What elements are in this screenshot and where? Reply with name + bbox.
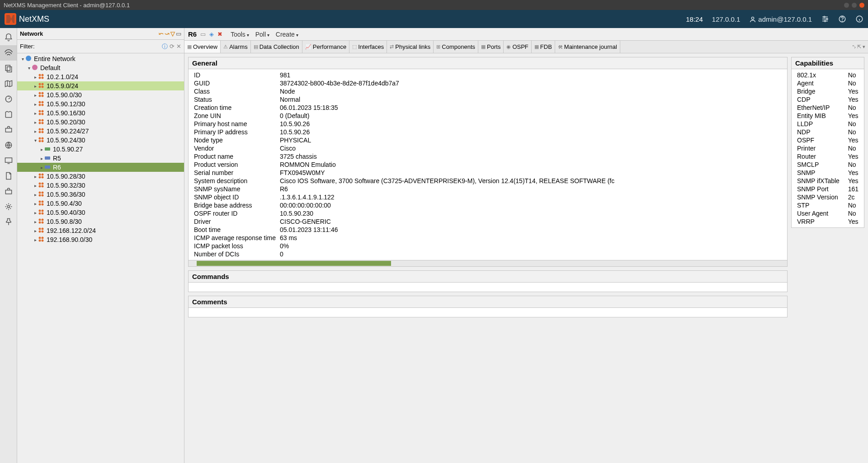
tab-components[interactable]: ⊞Components (434, 41, 478, 53)
general-value: Cisco IOS Software, 3700 Software (C3725… (278, 177, 783, 185)
activity-views[interactable] (0, 61, 17, 76)
user-menu[interactable]: admin@127.0.0.1 (749, 15, 812, 23)
tree-twisty[interactable]: ▸ (33, 192, 38, 197)
horizontal-scrollbar[interactable] (189, 260, 787, 266)
tab-performance[interactable]: 📈Performance (302, 41, 349, 53)
activity-templates[interactable] (0, 107, 17, 122)
tab-ports[interactable]: ▦Ports (478, 41, 504, 53)
network-tree[interactable]: ▾Entire Network▾Default▸10.2.1.0/24▸10.5… (17, 53, 184, 463)
tree-twisty[interactable]: ▸ (33, 75, 38, 80)
obj-delete-icon[interactable]: ✖ (217, 31, 222, 38)
tree-twisty[interactable]: ▸ (33, 102, 38, 107)
nav-forward-icon[interactable]: ⤻ (165, 30, 170, 37)
activity-monitor[interactable] (0, 153, 17, 168)
subnet-icon (38, 128, 45, 135)
tree-node[interactable]: ▾Entire Network (17, 54, 184, 63)
tree-twisty[interactable]: ▸ (33, 84, 38, 89)
filter-info-icon[interactable]: ⓘ (162, 43, 168, 51)
tree-twisty[interactable]: ▸ (33, 93, 38, 98)
tree-node[interactable]: ▸10.5.90.36/30 (17, 190, 184, 199)
activity-config[interactable] (0, 199, 17, 214)
menu-poll[interactable]: Poll (255, 31, 269, 38)
tab-ospf[interactable]: ◉OSPF (504, 41, 531, 53)
tree-twisty[interactable]: ▾ (20, 57, 25, 61)
info-icon[interactable] (855, 15, 863, 23)
tree-twisty[interactable]: ▸ (39, 156, 44, 161)
tree-node[interactable]: ▸10.5.90.28/30 (17, 172, 184, 181)
tree-node[interactable]: ▸10.2.1.0/24 (17, 72, 184, 81)
tree-node[interactable]: ▸10.5.90.4/30 (17, 199, 184, 208)
capability-row: SNMPYes (795, 169, 860, 177)
window-minimize-button[interactable] (844, 3, 849, 8)
tree-twisty[interactable]: ▸ (33, 210, 38, 215)
tree-node[interactable]: ▸10.5.90.40/30 (17, 208, 184, 217)
tab-label: Physical links (395, 43, 430, 50)
capability-value: No (846, 71, 860, 79)
tree-node[interactable]: ▾Default (17, 63, 184, 72)
activity-business[interactable] (0, 122, 17, 137)
tree-twisty[interactable]: ▸ (33, 201, 38, 206)
tree-node[interactable]: ▸10.5.90.0/30 (17, 90, 184, 99)
tree-twisty[interactable]: ▸ (33, 237, 38, 242)
tree-node[interactable]: ▸10.5.90.32/30 (17, 181, 184, 190)
menu-tools[interactable]: Tools (231, 31, 249, 38)
general-row: Creation time06.01.2023 15:18:35 (192, 104, 783, 112)
tab-fdb[interactable]: ▦FDB (532, 41, 555, 53)
activity-pin[interactable] (0, 214, 17, 230)
tree-twisty[interactable]: ▸ (39, 165, 44, 170)
tree-twisty[interactable]: ▾ (26, 66, 32, 71)
activity-network[interactable] (0, 45, 17, 61)
tab-more-icon[interactable]: "› (852, 44, 856, 50)
tab-interfaces[interactable]: ⬚Interfaces (349, 41, 387, 53)
subnet-icon (38, 73, 45, 80)
activity-reports[interactable] (0, 168, 17, 184)
tree-node[interactable]: ▸10.5.90.16/30 (17, 109, 184, 118)
filter-icon[interactable]: ▽ (170, 30, 175, 37)
tab-alarms[interactable]: ⚠Alarms (221, 41, 250, 53)
tab-pin-icon[interactable]: ⇱ (857, 44, 861, 50)
filter-input[interactable] (37, 43, 160, 50)
window-close-button[interactable] (859, 3, 864, 8)
activity-dashboard[interactable] (0, 91, 17, 107)
tree-twisty[interactable]: ▸ (33, 174, 38, 179)
tab-maintenance-journal[interactable]: 🛠Maintenance journal (555, 41, 620, 53)
tree-node[interactable]: ▸10.5.90.12/30 (17, 99, 184, 109)
obj-action1-icon[interactable]: ▭ (200, 31, 206, 38)
nav-back-icon[interactable]: ⤺ (159, 30, 164, 37)
tree-node[interactable]: ▸10.5.90.8/30 (17, 217, 184, 226)
menu-create[interactable]: Create (276, 31, 298, 38)
tree-node[interactable]: ▸10.5.90.20/30 (17, 118, 184, 127)
tree-twisty[interactable]: ▸ (33, 120, 38, 125)
tree-twisty[interactable]: ▸ (33, 129, 38, 134)
tree-twisty[interactable]: ▸ (33, 219, 38, 224)
capability-key: SMCLP (795, 161, 846, 169)
activity-world[interactable] (0, 137, 17, 153)
tab-menu-icon[interactable]: ▾ (863, 44, 865, 50)
tree-twisty[interactable]: ▾ (33, 138, 38, 143)
tree-node[interactable]: ▾10.5.90.24/30 (17, 136, 184, 145)
tree-twisty[interactable]: ▸ (33, 183, 38, 188)
tree-twisty[interactable]: ▸ (39, 147, 44, 152)
tree-node[interactable]: ▸10.5.90.224/27 (17, 127, 184, 136)
tree-node[interactable]: ▸192.168.122.0/24 (17, 226, 184, 235)
collapse-icon[interactable]: ▭ (176, 30, 181, 37)
filter-apply-icon[interactable]: ⟳ (170, 43, 175, 50)
tree-node[interactable]: ▸10.5.90.27 (17, 145, 184, 154)
tab-physical-links[interactable]: ⇄Physical links (387, 41, 434, 53)
obj-action2-icon[interactable]: ◈ (209, 31, 214, 38)
tree-twisty[interactable]: ▸ (33, 228, 38, 233)
tree-node[interactable]: ▸R6 (17, 163, 184, 172)
tree-node[interactable]: ▸10.5.9.0/24 (17, 81, 184, 90)
activity-maps[interactable] (0, 76, 17, 91)
activity-tools[interactable] (0, 184, 17, 199)
tree-node[interactable]: ▸R5 (17, 154, 184, 163)
filter-clear-icon[interactable]: ✕ (176, 43, 181, 50)
window-maximize-button[interactable] (852, 3, 857, 8)
activity-alarms[interactable] (0, 30, 17, 45)
tab-data-collection[interactable]: ▤Data Collection (251, 41, 302, 53)
tree-node[interactable]: ▸192.168.90.0/30 (17, 235, 184, 244)
help-icon[interactable] (838, 15, 846, 23)
tree-twisty[interactable]: ▸ (33, 111, 38, 116)
tab-overview[interactable]: ▦Overview (184, 41, 221, 53)
settings-icon[interactable] (821, 15, 829, 23)
